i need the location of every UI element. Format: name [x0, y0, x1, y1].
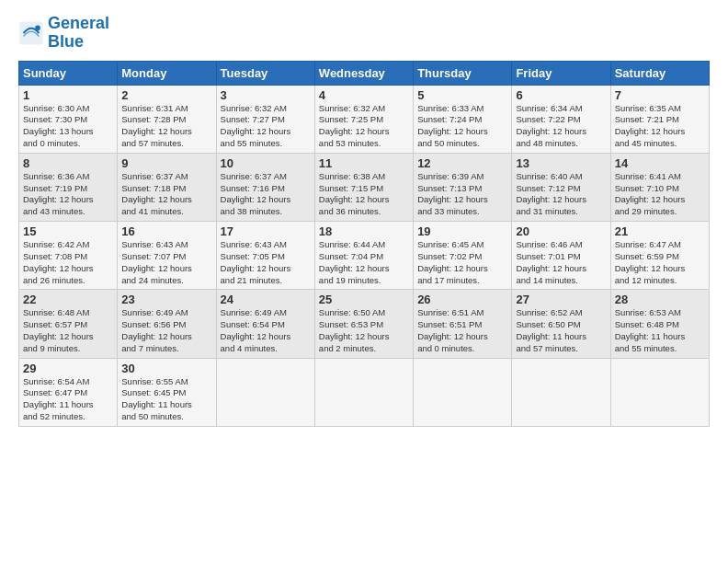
col-thursday: Thursday	[414, 61, 512, 85]
day-info: Sunrise: 6:32 AM Sunset: 7:27 PM Dayligh…	[221, 103, 311, 150]
day-info: Sunrise: 6:52 AM Sunset: 6:50 PM Dayligh…	[516, 307, 606, 354]
week-row-3: 15 Sunrise: 6:42 AM Sunset: 7:08 PM Dayl…	[19, 222, 710, 290]
day-cell: 2 Sunrise: 6:31 AM Sunset: 7:28 PM Dayli…	[118, 85, 216, 153]
day-info: Sunrise: 6:31 AM Sunset: 7:28 PM Dayligh…	[121, 103, 211, 150]
day-number: 11	[319, 156, 409, 170]
day-number: 5	[417, 88, 507, 102]
day-info: Sunrise: 6:47 AM Sunset: 6:59 PM Dayligh…	[615, 239, 705, 286]
day-info: Sunrise: 6:35 AM Sunset: 7:21 PM Dayligh…	[615, 103, 705, 150]
day-number: 19	[417, 224, 507, 238]
day-cell: 26 Sunrise: 6:51 AM Sunset: 6:51 PM Dayl…	[414, 290, 512, 358]
day-info: Sunrise: 6:32 AM Sunset: 7:25 PM Dayligh…	[319, 103, 409, 150]
day-cell: 27 Sunrise: 6:52 AM Sunset: 6:50 PM Dayl…	[512, 290, 610, 358]
day-number: 30	[121, 362, 211, 375]
day-number: 4	[319, 88, 409, 102]
day-number: 13	[516, 156, 606, 170]
day-info: Sunrise: 6:36 AM Sunset: 7:19 PM Dayligh…	[23, 171, 113, 218]
day-info: Sunrise: 6:50 AM Sunset: 6:53 PM Dayligh…	[319, 307, 409, 354]
logo-icon	[18, 20, 44, 46]
day-number: 24	[221, 293, 311, 306]
svg-rect-0	[19, 21, 42, 44]
day-info: Sunrise: 6:33 AM Sunset: 7:24 PM Dayligh…	[417, 103, 507, 150]
day-cell: 9 Sunrise: 6:37 AM Sunset: 7:18 PM Dayli…	[118, 153, 216, 221]
day-info: Sunrise: 6:43 AM Sunset: 7:07 PM Dayligh…	[121, 239, 211, 286]
header-row: Sunday Monday Tuesday Wednesday Thursday…	[19, 61, 710, 85]
col-saturday: Saturday	[610, 61, 709, 85]
day-info: Sunrise: 6:41 AM Sunset: 7:10 PM Dayligh…	[615, 171, 705, 218]
day-cell: 1 Sunrise: 6:30 AM Sunset: 7:30 PM Dayli…	[19, 85, 118, 153]
day-cell: 17 Sunrise: 6:43 AM Sunset: 7:05 PM Dayl…	[216, 222, 314, 290]
col-friday: Friday	[512, 61, 610, 85]
day-cell	[414, 358, 512, 426]
day-cell: 21 Sunrise: 6:47 AM Sunset: 6:59 PM Dayl…	[610, 222, 709, 290]
logo: General Blue	[18, 15, 109, 52]
day-info: Sunrise: 6:48 AM Sunset: 6:57 PM Dayligh…	[23, 307, 113, 354]
day-number: 28	[615, 293, 705, 306]
week-row-4: 22 Sunrise: 6:48 AM Sunset: 6:57 PM Dayl…	[19, 290, 710, 358]
week-row-1: 1 Sunrise: 6:30 AM Sunset: 7:30 PM Dayli…	[19, 85, 710, 153]
day-number: 23	[121, 293, 211, 306]
day-info: Sunrise: 6:37 AM Sunset: 7:18 PM Dayligh…	[121, 171, 211, 218]
header: General Blue	[18, 15, 710, 52]
week-row-2: 8 Sunrise: 6:36 AM Sunset: 7:19 PM Dayli…	[19, 153, 710, 221]
day-cell: 12 Sunrise: 6:39 AM Sunset: 7:13 PM Dayl…	[414, 153, 512, 221]
day-number: 7	[615, 88, 705, 102]
day-cell: 16 Sunrise: 6:43 AM Sunset: 7:07 PM Dayl…	[118, 222, 216, 290]
day-cell: 23 Sunrise: 6:49 AM Sunset: 6:56 PM Dayl…	[118, 290, 216, 358]
day-cell	[216, 358, 314, 426]
day-cell: 7 Sunrise: 6:35 AM Sunset: 7:21 PM Dayli…	[610, 85, 709, 153]
day-number: 26	[417, 293, 507, 306]
day-info: Sunrise: 6:30 AM Sunset: 7:30 PM Dayligh…	[23, 103, 113, 150]
day-cell: 13 Sunrise: 6:40 AM Sunset: 7:12 PM Dayl…	[512, 153, 610, 221]
day-info: Sunrise: 6:49 AM Sunset: 6:54 PM Dayligh…	[221, 307, 311, 354]
day-cell: 10 Sunrise: 6:37 AM Sunset: 7:16 PM Dayl…	[216, 153, 314, 221]
day-cell: 8 Sunrise: 6:36 AM Sunset: 7:19 PM Dayli…	[19, 153, 118, 221]
day-info: Sunrise: 6:51 AM Sunset: 6:51 PM Dayligh…	[417, 307, 507, 354]
day-cell	[512, 358, 610, 426]
col-monday: Monday	[118, 61, 216, 85]
day-info: Sunrise: 6:42 AM Sunset: 7:08 PM Dayligh…	[23, 239, 113, 286]
day-cell: 30 Sunrise: 6:55 AM Sunset: 6:45 PM Dayl…	[118, 358, 216, 426]
day-number: 9	[121, 156, 211, 170]
day-cell: 5 Sunrise: 6:33 AM Sunset: 7:24 PM Dayli…	[414, 85, 512, 153]
day-info: Sunrise: 6:55 AM Sunset: 6:45 PM Dayligh…	[121, 376, 211, 423]
day-info: Sunrise: 6:44 AM Sunset: 7:04 PM Dayligh…	[319, 239, 409, 286]
day-cell: 14 Sunrise: 6:41 AM Sunset: 7:10 PM Dayl…	[610, 153, 709, 221]
day-cell: 24 Sunrise: 6:49 AM Sunset: 6:54 PM Dayl…	[216, 290, 314, 358]
day-number: 18	[319, 224, 409, 238]
day-info: Sunrise: 6:53 AM Sunset: 6:48 PM Dayligh…	[615, 307, 705, 354]
day-cell: 15 Sunrise: 6:42 AM Sunset: 7:08 PM Dayl…	[19, 222, 118, 290]
day-cell: 11 Sunrise: 6:38 AM Sunset: 7:15 PM Dayl…	[314, 153, 413, 221]
day-cell	[610, 358, 709, 426]
day-cell: 4 Sunrise: 6:32 AM Sunset: 7:25 PM Dayli…	[314, 85, 413, 153]
day-info: Sunrise: 6:43 AM Sunset: 7:05 PM Dayligh…	[221, 239, 311, 286]
day-cell: 28 Sunrise: 6:53 AM Sunset: 6:48 PM Dayl…	[610, 290, 709, 358]
col-tuesday: Tuesday	[216, 61, 314, 85]
day-number: 10	[221, 156, 311, 170]
day-cell: 22 Sunrise: 6:48 AM Sunset: 6:57 PM Dayl…	[19, 290, 118, 358]
col-wednesday: Wednesday	[314, 61, 413, 85]
day-cell: 29 Sunrise: 6:54 AM Sunset: 6:47 PM Dayl…	[19, 358, 118, 426]
day-number: 14	[615, 156, 705, 170]
logo-general: General	[48, 14, 109, 32]
day-number: 1	[23, 88, 113, 102]
day-number: 27	[516, 293, 606, 306]
day-number: 8	[23, 156, 113, 170]
day-cell: 25 Sunrise: 6:50 AM Sunset: 6:53 PM Dayl…	[314, 290, 413, 358]
day-number: 22	[23, 293, 113, 306]
day-info: Sunrise: 6:46 AM Sunset: 7:01 PM Dayligh…	[516, 239, 606, 286]
day-number: 21	[615, 224, 705, 238]
day-info: Sunrise: 6:39 AM Sunset: 7:13 PM Dayligh…	[417, 171, 507, 218]
day-number: 12	[417, 156, 507, 170]
day-cell	[314, 358, 413, 426]
day-number: 6	[516, 88, 606, 102]
day-number: 3	[221, 88, 311, 102]
day-number: 20	[516, 224, 606, 238]
svg-point-1	[35, 25, 40, 30]
day-info: Sunrise: 6:45 AM Sunset: 7:02 PM Dayligh…	[417, 239, 507, 286]
day-info: Sunrise: 6:38 AM Sunset: 7:15 PM Dayligh…	[319, 171, 409, 218]
day-number: 16	[121, 224, 211, 238]
day-cell: 20 Sunrise: 6:46 AM Sunset: 7:01 PM Dayl…	[512, 222, 610, 290]
calendar-table: Sunday Monday Tuesday Wednesday Thursday…	[18, 61, 710, 427]
day-number: 2	[121, 88, 211, 102]
